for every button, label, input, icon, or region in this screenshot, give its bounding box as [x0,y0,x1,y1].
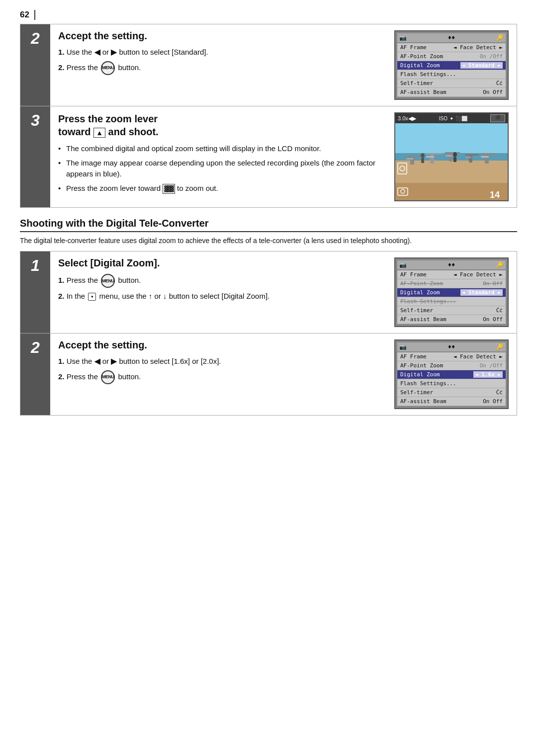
menu-button-icon-1a: MENU [101,61,115,75]
svg-rect-9 [445,152,460,154]
lcd-row-flash-1: Flash Settings... [397,70,506,79]
lcd-row-afpoint-3: AF-Point Zoom On /Off [397,361,506,370]
shooting-section-header: Shooting with the Digital Tele-Converter… [20,218,517,246]
arrow-left-icon-2: ◀ [94,357,100,365]
arrow-right-icon-1a: ▶ [111,48,117,56]
lcd-yt-icon-2: ♦♦ [448,261,455,268]
menu-button-icon-1b: MENU [101,274,115,288]
svg-point-18 [421,153,425,158]
svg-rect-10 [449,154,452,162]
step-content-accept2: Accept the setting. 1. Use the ◀ or ▶ bu… [50,334,517,415]
lcd-row-af-frame-2: AF Frame ◄ Face Detect ► [397,270,506,279]
step-text-accept: Accept the setting. 1. Use the ◀ or ▶ bu… [58,30,386,78]
step-item-1c: 1. Use the ◀ or ▶ button to select [1.6x… [58,356,386,367]
step-text-select: Select [Digital Zoom]. 1. Press the MENU… [58,257,386,305]
lcd-top-bar-2: 📷 ♦♦ 🔑 [397,260,506,269]
lcd-iso-icons: ISO ✦ ⬛⬜ [439,116,467,121]
step-text-accept2: Accept the setting. 1. Use the ◀ or ▶ bu… [58,339,386,387]
lcd-zoom-level: 3.0x◀▶ [398,115,416,122]
lcd-row-digital-zoom-1: Digital Zoom ◄ Standard ► [397,61,506,70]
step-title-zoom: Press the zoom levertoward ▲ and shoot. [58,112,386,138]
zoom-wide-icon: ▓▓▓ [163,184,175,194]
step-number-3: 3 [20,106,50,207]
step-content-accept: Accept the setting. 1. Use the ◀ or ▶ bu… [50,24,517,106]
lcd-photo-top: 3.0x◀▶ ISO ✦ ⬛⬜ ⬛ [395,113,508,123]
lcd-row-afbeam-2: AF-assist Beam On Off [397,315,506,324]
svg-rect-6 [425,153,443,155]
step-title-select: Select [Digital Zoom]. [58,257,386,269]
lcd-top-bar-1: 📷 ♦♦ 🔑 [397,33,506,42]
lcd-top-right-icon: ⬛ [490,114,505,122]
lcd-row-af-frame-3: AF Frame ◄ Face Detect ► [397,352,506,361]
lcd-camera-icon-1: 📷 [399,34,407,41]
lcd-beach-scene: 14 [395,123,508,200]
camera-dot-icon [88,293,96,301]
svg-rect-8 [426,156,434,158]
lcd-row-afpoint-2: AF-Point Zoom On Off [397,279,506,288]
step-number-2b: 2 [20,334,50,415]
step-item-2a: 2. Press the MENU button. [58,61,386,75]
svg-text:14: 14 [490,190,500,200]
svg-rect-11 [446,155,452,157]
svg-rect-12 [465,154,479,156]
shooting-section-title: Shooting with the Digital Tele-Converter [20,218,517,232]
step-item-num-1a: 1. [58,48,65,56]
menu-button-icon-2b: MENU [101,370,115,384]
svg-rect-14 [465,157,471,158]
lcd-camera-icon-3: 📷 [399,343,407,350]
step-number-1b: 1 [20,252,50,333]
lcd-top-bar-3: 📷 ♦♦ 🔑 [397,342,506,351]
lcd-screen-2: 📷 ♦♦ 🔑 AF Frame ◄ Face Detect ► AF-Point… [394,257,509,327]
lcd-row-selftimer-1: Self-timer Ċċ [397,79,506,88]
step-item-1a: 1. Use the ◀ or ▶ button to select [Stan… [58,47,386,58]
step-title-accept: Accept the setting. [58,30,386,42]
lcd-key-icon-1: 🔑 [496,34,504,41]
svg-rect-15 [480,153,497,155]
lcd-row-digital-zoom-2: Digital Zoom ◄ Standard ► [397,288,506,297]
step-number-2a: 2 [20,24,50,106]
svg-rect-17 [481,156,489,158]
lcd-row-afbeam-1: AF-assist Beam On Off [397,88,506,97]
step-item-1b: 1. Press the MENU button. [58,274,386,288]
lcd-row-afpoint-1: AF-Point Zoom On /Off [397,52,506,61]
lcd-screen-3: 📷 ♦♦ 🔑 AF Frame ◄ Face Detect ► AF-Point… [394,339,509,409]
step3-text: Press the zoom levertoward ▲ and shoot. … [58,112,386,197]
lcd-row-af-frame-1: AF Frame ◄ Face Detect ► [397,43,506,52]
arrow-right-icon-2: ▶ [111,357,117,365]
step-block-accept2: 2 Accept the setting. 1. Use the ◀ or ▶ … [20,334,517,416]
step-block-select-zoom: 1 Select [Digital Zoom]. 1. Press the ME… [20,251,517,334]
svg-rect-5 [406,158,413,160]
step-bullet-3: Press the zoom lever toward ▓▓▓ to zoom … [58,183,386,194]
step-block-zoom-lever: 3 Press the zoom levertoward ▲ and shoot… [20,106,517,208]
svg-rect-21 [453,157,456,162]
step-item-2b: 2. In the menu, use the ↑ or ↓ button to… [58,291,386,302]
lcd-row-selftimer-2: Self-timer Ċċ [397,306,506,315]
lcd-key-icon-3: 🔑 [496,343,504,350]
lcd-row-selftimer-3: Self-timer Ċċ [397,388,506,397]
step-bullet-2: The image may appear coarse depending up… [58,158,386,180]
svg-rect-16 [485,155,489,164]
page-wrapper: 62 2 Accept the setting. 1. Use the ◀ or… [0,0,537,435]
lcd-key-icon-2: 🔑 [496,261,504,268]
svg-rect-19 [421,158,424,163]
lcd-row-flash-2: Flash Settings... [397,297,506,306]
lcd-row-afbeam-3: AF-assist Beam On Off [397,397,506,406]
svg-point-20 [453,152,457,157]
beach-svg: 14 [395,123,508,200]
lcd-afpoint-val-1: On /Off [480,53,503,60]
svg-rect-7 [430,155,434,164]
lcd-row-digital-zoom-3: Digital Zoom ◄ 1.6x ► [397,370,506,379]
lcd-row-flash-3: Flash Settings... [397,379,506,388]
lcd-camera-icon-2: 📷 [399,261,407,268]
step-content-zoom: Press the zoom levertoward ▲ and shoot. … [50,106,517,207]
lcd-yt-icon-3: ♦♦ [448,343,455,350]
step-block-accept-setting: 2 Accept the setting. 1. Use the ◀ or ▶ … [20,24,517,106]
step-bullet-1: The combined digital and optical zoom se… [58,143,386,155]
step-title-accept2: Accept the setting. [58,339,386,351]
shooting-section-desc: The digital tele-converter feature uses … [20,235,517,246]
svg-rect-3 [405,156,420,157]
page-number: 62 [20,10,35,20]
lcd-yt-icon-1: ♦♦ [448,34,455,41]
lcd-photo-screen: 3.0x◀▶ ISO ✦ ⬛⬜ ⬛ [394,112,509,201]
lcd-screen-1: 📷 ♦♦ 🔑 AF Frame ◄ Face Detect ► AF-Point… [394,30,509,100]
